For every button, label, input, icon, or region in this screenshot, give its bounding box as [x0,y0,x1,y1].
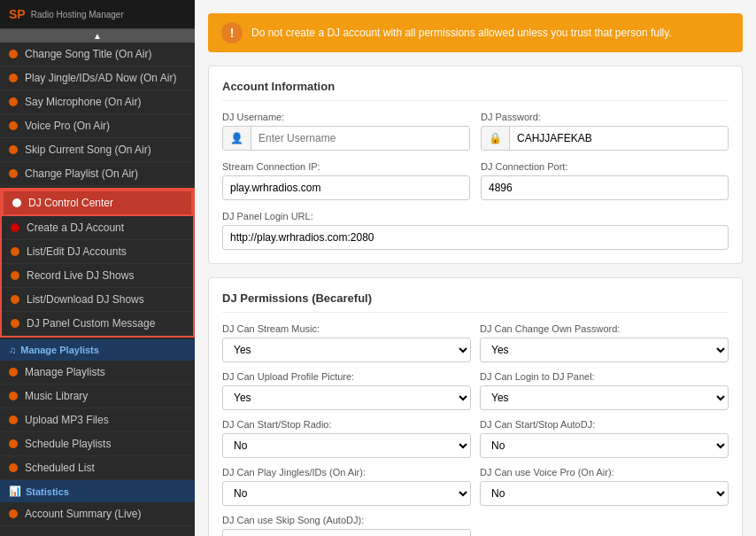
dj-control-center-header[interactable]: DJ Control Center [2,190,193,216]
panel-url-input[interactable] [222,225,729,250]
dot-icon [9,121,18,130]
password-label: DJ Password: [481,112,729,122]
sidebar-item[interactable]: Record Live DJ Shows [2,264,193,288]
permission-group: DJ Can Start/Stop Radio:YesNo [222,419,471,458]
sidebar-item-label: Skip Current Song (On Air) [25,144,151,156]
scroll-up-button[interactable]: ▲ [0,29,195,43]
permissions-title: DJ Permissions (Becareful) [222,291,729,313]
password-input-wrapper: 🔒 [481,126,729,151]
sidebar-item[interactable]: List/Edit DJ Accounts [2,240,193,264]
sidebar-item[interactable]: Skip Current Song (On Air) [0,138,195,162]
sidebar-item-label: Scheduled List [25,462,95,474]
dj-control-center-group: DJ Control Center Create a DJ AccountLis… [0,188,195,338]
sidebar-item-label: Voice Pro (On Air) [25,120,110,132]
sidebar-item-label: Manage Playlists [25,366,105,378]
playlist-menu-items: Manage PlaylistsMusic LibraryUpload MP3 … [0,361,195,480]
sidebar-item[interactable]: Change Playlist (On Air) [0,162,195,186]
dj-port-input[interactable] [481,175,729,200]
sidebar-item-label: Schedule Playlists [25,438,111,450]
sidebar-item[interactable]: Voice Pro (On Air) [0,114,195,138]
sidebar-item[interactable]: Manage Playlists [0,361,195,385]
stats-menu-items: Account Summary (Live) [0,502,195,526]
username-group: DJ Username: 👤 [222,112,470,151]
permission-select[interactable]: YesNo [480,433,729,458]
sidebar-item-label: Play Jingle/IDs/AD Now (On Air) [25,72,176,84]
sidebar-item[interactable]: Say Microphone (On Air) [0,90,195,114]
permission-group: DJ Can use Voice Pro (On Air):YesNo [480,467,729,506]
sidebar-item[interactable]: Play Jingle/IDs/AD Now (On Air) [0,66,195,90]
dot-icon [11,223,19,232]
password-input[interactable] [510,127,728,150]
permission-select[interactable]: YesNo [480,385,729,410]
stream-ip-group: Stream Connection IP: [222,161,470,200]
user-icon: 👤 [223,127,251,150]
username-label: DJ Username: [222,112,470,122]
permission-label: DJ Can Start/Stop Radio: [222,419,471,430]
permission-label: DJ Can Stream Music: [222,323,471,334]
username-input-wrapper: 👤 [222,126,470,151]
dot-icon [9,509,18,518]
dot-icon [9,416,18,424]
permission-select[interactable]: YesNo [222,529,471,536]
top-menu-items: Change Song Title (On Air)Play Jingle/ID… [0,43,195,186]
permission-select[interactable]: YesNo [480,338,729,362]
main-content: ! Do not create a DJ account with all pe… [195,0,756,536]
sidebar-item-label: Record Live DJ Shows [27,269,134,282]
permission-select[interactable]: YesNo [222,385,471,410]
dot-icon [9,439,18,448]
dot-icon [11,247,19,256]
permission-label: DJ Can Login to DJ Panel: [480,371,729,382]
account-info-form: DJ Username: 👤 DJ Password: 🔒 Stream Con… [222,112,729,250]
dj-port-label: DJ Connection Port: [481,161,729,172]
sidebar-item[interactable]: DJ Panel Custom Message [2,312,193,336]
username-input[interactable] [251,127,469,150]
permission-label: DJ Can Play Jingles/IDs (On Air): [222,467,471,478]
sidebar-item[interactable]: List/Download DJ Shows [2,288,193,312]
sidebar-item-label: Say Microphone (On Air) [25,96,141,108]
sidebar-item[interactable]: Upload MP3 Files [0,408,195,432]
dot-icon [9,463,18,472]
sidebar-item[interactable]: Scheduled List [0,456,195,480]
sidebar-item[interactable]: Account Summary (Live) [0,502,195,526]
sidebar-item-label: Account Summary (Live) [25,508,141,520]
permission-group: DJ Can Change Own Password:YesNo [480,323,729,362]
logo-subtitle: Radio Hosting Manager [31,10,124,19]
permission-group: DJ Can Play Jingles/IDs (On Air):YesNo [222,467,471,506]
account-info-panel: Account Information DJ Username: 👤 DJ Pa… [208,66,743,264]
permission-group: DJ Can Stream Music:YesNo [222,323,471,362]
sidebar-item-label: Music Library [25,390,88,402]
sidebar-item-label: Upload MP3 Files [25,414,109,426]
permission-label: DJ Can use Voice Pro (On Air): [480,467,729,478]
account-info-title: Account Information [222,80,729,101]
stats-section-label: Statistics [26,486,69,497]
permission-select[interactable]: YesNo [222,433,471,458]
lock-icon: 🔒 [482,127,510,150]
permission-label: DJ Can Upload Profile Picture: [222,371,471,382]
sidebar-item-label: DJ Panel Custom Message [27,317,155,330]
dj-control-dot [12,198,21,207]
dot-icon [9,368,18,377]
dot-icon [11,271,19,280]
sidebar-item-label: Change Song Title (On Air) [25,48,151,60]
permission-select[interactable]: YesNo [480,481,729,506]
permission-select[interactable]: YesNo [222,481,471,506]
permission-group: DJ Can Upload Profile Picture:YesNo [222,371,471,410]
sidebar-header: SP Radio Hosting Manager [0,0,195,29]
permission-label: DJ Can Change Own Password: [480,323,729,334]
sidebar-item[interactable]: Change Song Title (On Air) [0,43,195,66]
permission-label: DJ Can use Skip Song (AutoDJ): [222,515,471,525]
sidebar-item[interactable]: Create a DJ Account [2,216,193,240]
logo: SP [9,7,26,21]
stream-ip-label: Stream Connection IP: [222,161,470,172]
sidebar-item[interactable]: Schedule Playlists [0,432,195,456]
dot-icon [9,97,18,106]
dot-icon [9,50,18,58]
permission-select[interactable]: YesNo [222,338,471,362]
permission-group: DJ Can Login to DJ Panel:YesNo [480,371,729,410]
sidebar-item[interactable]: Music Library [0,385,195,408]
dj-control-label: DJ Control Center [28,197,113,209]
sidebar-item-label: List/Edit DJ Accounts [27,245,127,258]
stream-ip-input[interactable] [222,175,470,200]
warning-icon: ! [221,22,243,43]
permission-label: DJ Can Start/Stop AutoDJ: [480,419,729,430]
